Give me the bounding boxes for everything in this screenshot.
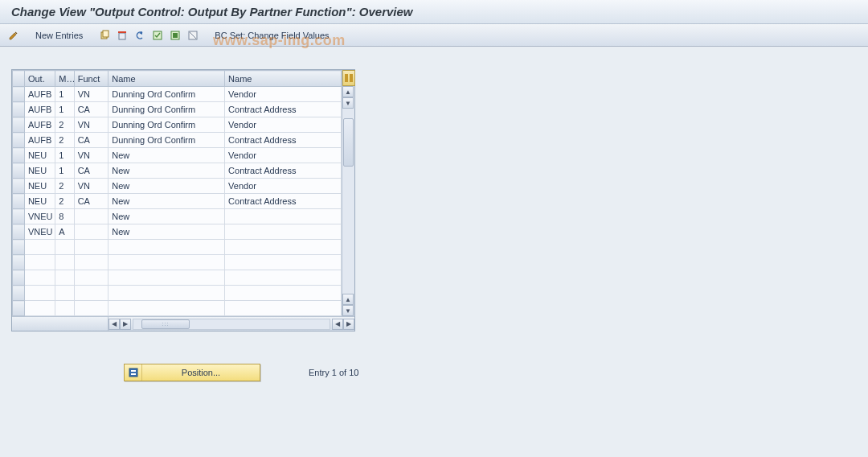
row-selector[interactable]: [13, 148, 25, 163]
cell-out[interactable]: NEU: [24, 148, 55, 163]
row-selector[interactable]: [13, 286, 25, 301]
cell-funct[interactable]: [74, 301, 108, 316]
cell-funct[interactable]: [74, 270, 108, 286]
cell-name2[interactable]: Vendor: [225, 87, 342, 102]
cell-funct[interactable]: [74, 224, 108, 240]
row-selector[interactable]: [13, 133, 25, 148]
hscroll-track[interactable]: :::: [133, 319, 330, 330]
cell-funct[interactable]: [74, 286, 108, 301]
delete-icon[interactable]: [115, 28, 129, 43]
table-row[interactable]: NEU2VNNewVendor: [13, 179, 342, 194]
cell-out[interactable]: AUFB: [24, 117, 55, 133]
cell-m[interactable]: 1: [55, 87, 74, 102]
cell-name1[interactable]: New: [108, 209, 225, 224]
row-selector[interactable]: [13, 301, 25, 316]
scroll-track[interactable]: [342, 109, 354, 294]
table-row[interactable]: NEU1VNNewVendor: [13, 148, 342, 163]
cell-funct[interactable]: VN: [74, 148, 108, 163]
cell-out[interactable]: [24, 270, 55, 286]
cell-name2[interactable]: Contract Address: [225, 102, 342, 117]
cell-name2[interactable]: Vendor: [225, 117, 342, 133]
cell-name1[interactable]: New: [108, 148, 225, 163]
table-row[interactable]: [13, 286, 342, 301]
cell-out[interactable]: AUFB: [24, 102, 55, 117]
cell-name2[interactable]: [225, 255, 342, 270]
scroll-thumb[interactable]: [343, 118, 354, 167]
cell-name1[interactable]: New: [108, 163, 225, 179]
cell-out[interactable]: VNEU: [24, 224, 55, 240]
undo-icon[interactable]: [133, 28, 147, 43]
row-selector[interactable]: [13, 179, 25, 194]
table-row[interactable]: [13, 255, 342, 270]
cell-m[interactable]: 1: [55, 148, 74, 163]
table-row[interactable]: [13, 270, 342, 286]
cell-out[interactable]: [24, 255, 55, 270]
cell-m[interactable]: [55, 270, 74, 286]
cell-out[interactable]: AUFB: [24, 87, 55, 102]
cell-m[interactable]: 2: [55, 194, 74, 209]
cell-out[interactable]: VNEU: [24, 209, 55, 224]
scroll-down-small-icon[interactable]: ▼: [342, 97, 354, 109]
cell-m[interactable]: [55, 255, 74, 270]
horizontal-scrollbar[interactable]: ◀ ▶ ::: ◀ ▶: [12, 316, 354, 331]
cell-name1[interactable]: New: [108, 194, 225, 209]
cell-m[interactable]: [55, 286, 74, 301]
select-all-icon[interactable]: [150, 28, 165, 43]
hscroll-thumb[interactable]: :::: [141, 319, 190, 329]
cell-funct[interactable]: CA: [74, 133, 108, 148]
select-block-icon[interactable]: [168, 28, 182, 43]
cell-name2[interactable]: [225, 286, 342, 301]
cell-out[interactable]: [24, 301, 55, 316]
cell-name1[interactable]: Dunning Ord Confirm: [108, 117, 225, 133]
cell-m[interactable]: [55, 301, 74, 316]
scroll-right-icon[interactable]: ▶: [343, 319, 354, 330]
cell-out[interactable]: [24, 286, 55, 301]
col-header-funct[interactable]: Funct: [74, 71, 108, 87]
scroll-right-small-icon[interactable]: ▶: [120, 319, 131, 330]
cell-m[interactable]: 2: [55, 133, 74, 148]
bc-set-button[interactable]: BC Set: Change Field Values: [211, 31, 332, 40]
cell-funct[interactable]: CA: [74, 102, 108, 117]
cell-m[interactable]: [55, 240, 74, 255]
cell-name1[interactable]: New: [108, 224, 225, 240]
scroll-up-icon[interactable]: ▲: [342, 86, 354, 97]
cell-name2[interactable]: Contract Address: [225, 133, 342, 148]
cell-name1[interactable]: Dunning Ord Confirm: [108, 87, 225, 102]
cell-funct[interactable]: [74, 209, 108, 224]
cell-funct[interactable]: VN: [74, 87, 108, 102]
row-selector[interactable]: [13, 255, 25, 270]
position-button[interactable]: Position...: [124, 364, 260, 381]
table-row[interactable]: NEU2CANewContract Address: [13, 194, 342, 209]
new-entries-button[interactable]: New Entries: [32, 31, 86, 40]
cell-funct[interactable]: VN: [74, 117, 108, 133]
row-selector[interactable]: [13, 224, 25, 240]
configure-columns-icon[interactable]: [342, 70, 355, 86]
cell-name1[interactable]: [108, 286, 225, 301]
table-row[interactable]: NEU1CANewContract Address: [13, 163, 342, 179]
cell-out[interactable]: NEU: [24, 194, 55, 209]
cell-name1[interactable]: New: [108, 179, 225, 194]
scroll-up-small-icon[interactable]: ▲: [342, 294, 354, 305]
cell-m[interactable]: 2: [55, 117, 74, 133]
row-selector[interactable]: [13, 240, 25, 255]
cell-name2[interactable]: [225, 240, 342, 255]
vertical-scrollbar[interactable]: ▲ ▼ ▲ ▼: [342, 70, 354, 316]
col-header-name1[interactable]: Name: [108, 71, 225, 87]
cell-funct[interactable]: [74, 255, 108, 270]
row-selector[interactable]: [13, 163, 25, 179]
cell-name2[interactable]: [225, 301, 342, 316]
cell-m[interactable]: 8: [55, 209, 74, 224]
cell-name2[interactable]: [225, 270, 342, 286]
cell-name1[interactable]: Dunning Ord Confirm: [108, 133, 225, 148]
cell-out[interactable]: NEU: [24, 163, 55, 179]
cell-name1[interactable]: [108, 240, 225, 255]
toggle-edit-icon[interactable]: [6, 28, 21, 43]
cell-name1[interactable]: [108, 255, 225, 270]
cell-funct[interactable]: CA: [74, 194, 108, 209]
table-row[interactable]: [13, 240, 342, 255]
table-row[interactable]: [13, 301, 342, 316]
table-row[interactable]: AUFB1VNDunning Ord ConfirmVendor: [13, 87, 342, 102]
cell-name1[interactable]: [108, 270, 225, 286]
cell-funct[interactable]: VN: [74, 179, 108, 194]
row-selector[interactable]: [13, 270, 25, 286]
